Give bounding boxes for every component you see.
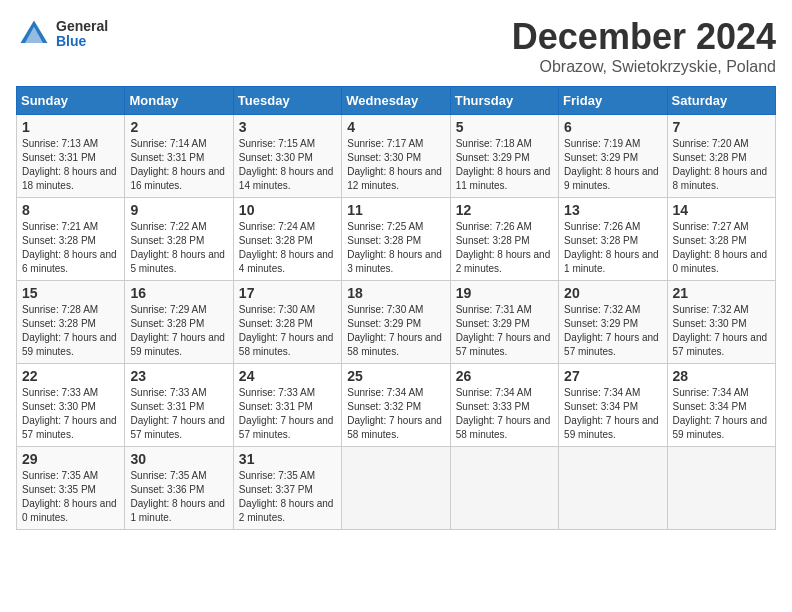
day-info: Sunrise: 7:13 AM Sunset: 3:31 PM Dayligh…: [22, 137, 119, 193]
day-number: 23: [130, 368, 227, 384]
day-number: 27: [564, 368, 661, 384]
day-info: Sunrise: 7:24 AM Sunset: 3:28 PM Dayligh…: [239, 220, 336, 276]
calendar-cell: 26Sunrise: 7:34 AM Sunset: 3:33 PM Dayli…: [450, 364, 558, 447]
day-number: 13: [564, 202, 661, 218]
calendar-cell: 24Sunrise: 7:33 AM Sunset: 3:31 PM Dayli…: [233, 364, 341, 447]
calendar-cell: 4Sunrise: 7:17 AM Sunset: 3:30 PM Daylig…: [342, 115, 450, 198]
day-info: Sunrise: 7:29 AM Sunset: 3:28 PM Dayligh…: [130, 303, 227, 359]
day-info: Sunrise: 7:33 AM Sunset: 3:31 PM Dayligh…: [130, 386, 227, 442]
calendar-cell: 6Sunrise: 7:19 AM Sunset: 3:29 PM Daylig…: [559, 115, 667, 198]
day-info: Sunrise: 7:32 AM Sunset: 3:29 PM Dayligh…: [564, 303, 661, 359]
calendar-cell: [450, 447, 558, 530]
calendar-week-row: 29Sunrise: 7:35 AM Sunset: 3:35 PM Dayli…: [17, 447, 776, 530]
day-number: 8: [22, 202, 119, 218]
calendar-week-row: 22Sunrise: 7:33 AM Sunset: 3:30 PM Dayli…: [17, 364, 776, 447]
title-section: December 2024 Obrazow, Swietokrzyskie, P…: [512, 16, 776, 76]
calendar-cell: 10Sunrise: 7:24 AM Sunset: 3:28 PM Dayli…: [233, 198, 341, 281]
day-info: Sunrise: 7:20 AM Sunset: 3:28 PM Dayligh…: [673, 137, 770, 193]
calendar-cell: 18Sunrise: 7:30 AM Sunset: 3:29 PM Dayli…: [342, 281, 450, 364]
day-number: 15: [22, 285, 119, 301]
day-info: Sunrise: 7:30 AM Sunset: 3:28 PM Dayligh…: [239, 303, 336, 359]
calendar-cell: 7Sunrise: 7:20 AM Sunset: 3:28 PM Daylig…: [667, 115, 775, 198]
calendar-cell: 11Sunrise: 7:25 AM Sunset: 3:28 PM Dayli…: [342, 198, 450, 281]
day-info: Sunrise: 7:30 AM Sunset: 3:29 PM Dayligh…: [347, 303, 444, 359]
logo-icon: [16, 16, 52, 52]
day-number: 19: [456, 285, 553, 301]
day-info: Sunrise: 7:28 AM Sunset: 3:28 PM Dayligh…: [22, 303, 119, 359]
day-number: 14: [673, 202, 770, 218]
calendar-week-row: 15Sunrise: 7:28 AM Sunset: 3:28 PM Dayli…: [17, 281, 776, 364]
calendar-cell: 15Sunrise: 7:28 AM Sunset: 3:28 PM Dayli…: [17, 281, 125, 364]
day-info: Sunrise: 7:34 AM Sunset: 3:34 PM Dayligh…: [673, 386, 770, 442]
logo-general: General: [56, 19, 108, 34]
calendar-header-row: SundayMondayTuesdayWednesdayThursdayFrid…: [17, 87, 776, 115]
day-number: 12: [456, 202, 553, 218]
day-number: 24: [239, 368, 336, 384]
day-number: 29: [22, 451, 119, 467]
day-number: 17: [239, 285, 336, 301]
day-number: 7: [673, 119, 770, 135]
day-info: Sunrise: 7:34 AM Sunset: 3:34 PM Dayligh…: [564, 386, 661, 442]
day-info: Sunrise: 7:35 AM Sunset: 3:37 PM Dayligh…: [239, 469, 336, 525]
day-number: 11: [347, 202, 444, 218]
calendar-cell: 5Sunrise: 7:18 AM Sunset: 3:29 PM Daylig…: [450, 115, 558, 198]
calendar-cell: 20Sunrise: 7:32 AM Sunset: 3:29 PM Dayli…: [559, 281, 667, 364]
calendar-cell: 23Sunrise: 7:33 AM Sunset: 3:31 PM Dayli…: [125, 364, 233, 447]
calendar-cell: 1Sunrise: 7:13 AM Sunset: 3:31 PM Daylig…: [17, 115, 125, 198]
calendar-cell: 9Sunrise: 7:22 AM Sunset: 3:28 PM Daylig…: [125, 198, 233, 281]
day-number: 4: [347, 119, 444, 135]
day-number: 16: [130, 285, 227, 301]
calendar-cell: 25Sunrise: 7:34 AM Sunset: 3:32 PM Dayli…: [342, 364, 450, 447]
calendar-cell: 27Sunrise: 7:34 AM Sunset: 3:34 PM Dayli…: [559, 364, 667, 447]
day-number: 30: [130, 451, 227, 467]
day-info: Sunrise: 7:32 AM Sunset: 3:30 PM Dayligh…: [673, 303, 770, 359]
logo-text: General Blue: [56, 19, 108, 50]
calendar-cell: 19Sunrise: 7:31 AM Sunset: 3:29 PM Dayli…: [450, 281, 558, 364]
day-number: 28: [673, 368, 770, 384]
day-number: 31: [239, 451, 336, 467]
calendar-cell: [559, 447, 667, 530]
day-number: 1: [22, 119, 119, 135]
day-number: 2: [130, 119, 227, 135]
day-number: 25: [347, 368, 444, 384]
day-info: Sunrise: 7:34 AM Sunset: 3:32 PM Dayligh…: [347, 386, 444, 442]
day-header-saturday: Saturday: [667, 87, 775, 115]
day-number: 3: [239, 119, 336, 135]
logo-blue: Blue: [56, 34, 108, 49]
calendar-cell: 16Sunrise: 7:29 AM Sunset: 3:28 PM Dayli…: [125, 281, 233, 364]
calendar-table: SundayMondayTuesdayWednesdayThursdayFrid…: [16, 86, 776, 530]
day-number: 6: [564, 119, 661, 135]
day-info: Sunrise: 7:34 AM Sunset: 3:33 PM Dayligh…: [456, 386, 553, 442]
day-info: Sunrise: 7:27 AM Sunset: 3:28 PM Dayligh…: [673, 220, 770, 276]
day-info: Sunrise: 7:33 AM Sunset: 3:30 PM Dayligh…: [22, 386, 119, 442]
day-header-wednesday: Wednesday: [342, 87, 450, 115]
day-number: 21: [673, 285, 770, 301]
calendar-cell: [667, 447, 775, 530]
day-number: 5: [456, 119, 553, 135]
day-info: Sunrise: 7:33 AM Sunset: 3:31 PM Dayligh…: [239, 386, 336, 442]
day-info: Sunrise: 7:35 AM Sunset: 3:35 PM Dayligh…: [22, 469, 119, 525]
calendar-cell: 2Sunrise: 7:14 AM Sunset: 3:31 PM Daylig…: [125, 115, 233, 198]
calendar-cell: 21Sunrise: 7:32 AM Sunset: 3:30 PM Dayli…: [667, 281, 775, 364]
calendar-cell: 31Sunrise: 7:35 AM Sunset: 3:37 PM Dayli…: [233, 447, 341, 530]
day-number: 26: [456, 368, 553, 384]
day-header-monday: Monday: [125, 87, 233, 115]
calendar-cell: 8Sunrise: 7:21 AM Sunset: 3:28 PM Daylig…: [17, 198, 125, 281]
day-info: Sunrise: 7:19 AM Sunset: 3:29 PM Dayligh…: [564, 137, 661, 193]
calendar-cell: 14Sunrise: 7:27 AM Sunset: 3:28 PM Dayli…: [667, 198, 775, 281]
day-info: Sunrise: 7:17 AM Sunset: 3:30 PM Dayligh…: [347, 137, 444, 193]
day-info: Sunrise: 7:21 AM Sunset: 3:28 PM Dayligh…: [22, 220, 119, 276]
calendar-cell: 28Sunrise: 7:34 AM Sunset: 3:34 PM Dayli…: [667, 364, 775, 447]
day-info: Sunrise: 7:22 AM Sunset: 3:28 PM Dayligh…: [130, 220, 227, 276]
calendar-week-row: 8Sunrise: 7:21 AM Sunset: 3:28 PM Daylig…: [17, 198, 776, 281]
month-title: December 2024: [512, 16, 776, 58]
day-info: Sunrise: 7:26 AM Sunset: 3:28 PM Dayligh…: [456, 220, 553, 276]
day-header-thursday: Thursday: [450, 87, 558, 115]
calendar-cell: 17Sunrise: 7:30 AM Sunset: 3:28 PM Dayli…: [233, 281, 341, 364]
calendar-cell: 29Sunrise: 7:35 AM Sunset: 3:35 PM Dayli…: [17, 447, 125, 530]
day-info: Sunrise: 7:25 AM Sunset: 3:28 PM Dayligh…: [347, 220, 444, 276]
calendar-week-row: 1Sunrise: 7:13 AM Sunset: 3:31 PM Daylig…: [17, 115, 776, 198]
day-info: Sunrise: 7:31 AM Sunset: 3:29 PM Dayligh…: [456, 303, 553, 359]
day-info: Sunrise: 7:18 AM Sunset: 3:29 PM Dayligh…: [456, 137, 553, 193]
day-info: Sunrise: 7:14 AM Sunset: 3:31 PM Dayligh…: [130, 137, 227, 193]
